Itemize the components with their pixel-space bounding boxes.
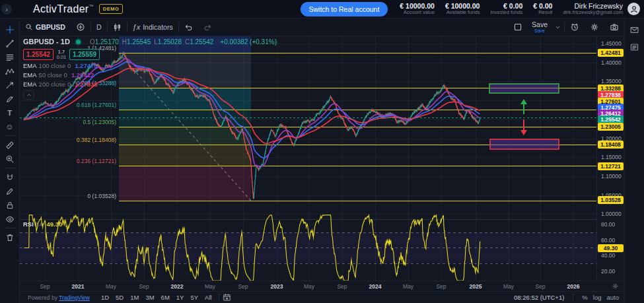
tool-lock-drawings[interactable] — [3, 198, 17, 212]
symbol-title[interactable]: GBPUSD - 1D — [23, 38, 70, 46]
rsi-value-badge: 49.30 — [598, 244, 624, 252]
hide-drawings-icon — [5, 215, 15, 224]
indicators-button[interactable]: ƒx Indicators — [127, 18, 178, 36]
snapshot-button[interactable] — [604, 22, 624, 32]
tool-hide-drawings[interactable] — [3, 212, 17, 226]
news-icon[interactable] — [629, 42, 639, 52]
tool-zoom-in[interactable] — [3, 152, 17, 166]
alert-clock-button[interactable] — [565, 22, 585, 32]
tool-ruler[interactable] — [3, 138, 17, 152]
tool-crosshair[interactable] — [3, 22, 17, 36]
layout-select-button[interactable] — [508, 22, 528, 32]
price-axis[interactable]: 1.450001.400001.350001.200001.150001.100… — [596, 36, 624, 281]
tool-brush[interactable] — [3, 92, 17, 106]
tool-fib-retracement[interactable] — [3, 50, 17, 64]
symbol-search-value: GBPUSD — [36, 23, 65, 31]
spread-display: 1.7 0.01 — [54, 49, 69, 60]
remove-drawings-icon — [5, 233, 15, 242]
rsi-axis-label: 20.00 — [601, 268, 615, 275]
market-open-dot — [76, 40, 81, 44]
user-info[interactable]: Dirk Friczewsky dirk.friczewsky@gmail.co… — [563, 2, 623, 16]
chevron-down-icon — [554, 24, 561, 31]
symbol-search[interactable]: GBPUSD — [20, 18, 71, 36]
time-axis[interactable]: Sep2021MaySep2022MaySep2023MaySep2024May… — [20, 281, 624, 291]
rsi-axis-label: 80.00 — [601, 221, 615, 228]
clock-display[interactable]: 08:26:52 (UTC+1) — [514, 294, 564, 301]
chart-style-button[interactable] — [108, 18, 127, 36]
ema-legend-row-0[interactable]: EMA100 close 01.27475 — [23, 62, 277, 69]
redo-button[interactable] — [198, 18, 217, 36]
range-button-1M[interactable]: 1M — [127, 292, 142, 302]
range-button-5D[interactable]: 5D — [112, 292, 127, 302]
go-to-date-button[interactable] — [223, 293, 231, 302]
mail-icon[interactable] — [629, 25, 639, 35]
price-axis-label: 1.40000 — [601, 59, 622, 66]
axis-settings-gear-icon[interactable] — [612, 283, 619, 290]
person-icon — [629, 5, 639, 14]
ruler-icon — [5, 141, 15, 150]
timeframe-button[interactable]: D — [91, 18, 107, 36]
tool-emoji[interactable]: ☺ — [3, 119, 17, 133]
plus-circle-icon — [76, 22, 85, 32]
tool-trend-line[interactable] — [3, 36, 17, 50]
price-axis-label: 1.00000 — [601, 211, 622, 217]
camera-icon — [610, 22, 619, 32]
buy-button[interactable]: 1.25559 — [69, 49, 100, 60]
range-button-6M[interactable]: 6M — [158, 292, 173, 302]
auto-scale-toggle[interactable]: auto — [607, 294, 620, 301]
ema-legend-row-1[interactable]: EMA50 close 01.26412 — [23, 71, 277, 79]
fib-retracement-icon — [5, 53, 15, 62]
undo-button[interactable] — [179, 18, 198, 36]
time-tick-2021: 2021 — [72, 283, 85, 290]
time-tick-May: May — [304, 283, 314, 290]
sell-button[interactable]: 1.25542 — [23, 49, 54, 60]
tool-forecast[interactable] — [3, 78, 17, 92]
rsi-legend[interactable]: RSI1449.30 — [23, 220, 62, 228]
range-button-All[interactable]: All — [201, 292, 215, 302]
price-badge-1.12721: 1.12721 — [598, 162, 624, 170]
save-menu-chevron[interactable] — [552, 24, 564, 31]
time-tick-2025: 2025 — [470, 283, 482, 290]
account-stat-2: € 0.00Invested funds — [490, 2, 522, 16]
range-button-5Y[interactable]: 5Y — [187, 292, 201, 302]
alarm-clock-icon — [570, 22, 579, 32]
range-button-1D[interactable]: 1D — [98, 292, 112, 302]
zoom-in-icon — [5, 154, 15, 164]
chart-settings-button[interactable] — [585, 22, 604, 32]
account-stat-1: € 10000.00Available funds — [445, 2, 480, 16]
switch-to-real-account-button[interactable]: Switch to Real account — [301, 2, 388, 17]
range-button-1Y[interactable]: 1Y — [173, 292, 188, 302]
save-layout-button[interactable]: Save Save — [528, 21, 552, 34]
tool-text[interactable]: T — [3, 106, 17, 119]
xabcd-pattern-icon — [5, 67, 15, 76]
layout-square-icon — [513, 22, 522, 32]
trademark: ™ — [89, 4, 94, 9]
trend-line-icon — [5, 39, 15, 48]
app-logo: ActivTrader™ — [33, 3, 94, 15]
legend-collapse-button[interactable] — [23, 90, 34, 100]
fib-label-0.382: 0.382 (1.18408) — [77, 137, 116, 143]
tool-stay-drawing-mode[interactable] — [3, 184, 17, 198]
fx-icon: ƒx — [133, 23, 141, 31]
chart-pane[interactable]: 1 (1.42481)0.764 (1.33288)0.618 (1.27601… — [20, 36, 596, 281]
range-button-3M[interactable]: 3M — [142, 292, 157, 302]
right-rail — [624, 18, 644, 303]
rsi-value: 49.30 — [46, 220, 62, 228]
time-tick-Sep: Sep — [535, 283, 545, 290]
tool-remove-drawings[interactable] — [3, 230, 17, 244]
tool-xabcd-pattern[interactable] — [3, 64, 17, 78]
chart-toolbar: GBPUSD D ƒx Indicators Save Save — [20, 18, 624, 36]
account-stat-3: € 0.00Result — [533, 2, 552, 16]
avatar[interactable] — [627, 3, 640, 15]
price-badge-1.18408: 1.18408 — [598, 141, 624, 149]
ema-legend-row-2[interactable]: EMA200 close 01.27838 — [23, 81, 277, 88]
magnet-icon — [5, 173, 15, 182]
panel-expander-button[interactable]: › — [1, 4, 12, 15]
redo-icon — [203, 23, 212, 32]
tool-magnet[interactable] — [3, 170, 17, 184]
add-symbol-button[interactable] — [71, 18, 90, 36]
tradingview-link[interactable]: TradingView — [59, 294, 90, 301]
time-tick-2022: 2022 — [171, 283, 184, 290]
log-scale-toggle[interactable]: log — [593, 294, 602, 301]
percent-scale-toggle[interactable]: % — [582, 294, 587, 301]
